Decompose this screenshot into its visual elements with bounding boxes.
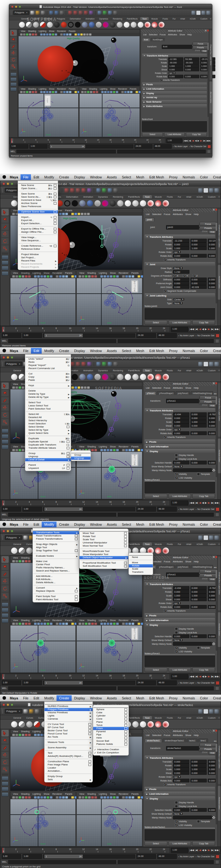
menu-item-move-tool[interactable]: Move Tool bbox=[80, 532, 128, 535]
viewport-menu-shading[interactable]: Shading bbox=[21, 556, 30, 559]
focus-button[interactable]: Focus bbox=[193, 42, 209, 46]
option-box-icon[interactable] bbox=[75, 534, 78, 537]
screen-space-ao-icon[interactable] bbox=[113, 91, 115, 93]
minimize-button[interactable] bbox=[7, 183, 9, 185]
shelf-tab-muscle[interactable]: Muscle bbox=[153, 542, 164, 546]
menu-item-none[interactable]: None bbox=[129, 556, 153, 559]
layout-single-icon[interactable] bbox=[2, 602, 8, 607]
render-globe[interactable] bbox=[79, 374, 86, 380]
apple-menu-icon[interactable] bbox=[2, 175, 6, 179]
attr-field[interactable]: 0.000 bbox=[190, 605, 207, 609]
toggle-attribute-editor-icon[interactable] bbox=[203, 709, 208, 714]
field-chart-icon[interactable] bbox=[69, 33, 71, 35]
lasso-tool-icon[interactable] bbox=[2, 216, 8, 223]
gate-mask-icon[interactable] bbox=[56, 275, 58, 278]
tab-attribute-editor[interactable]: Attribute Editor bbox=[218, 786, 221, 820]
field-chart-icon[interactable] bbox=[132, 623, 134, 625]
snap-point-icon[interactable] bbox=[78, 11, 83, 15]
toggle-attribute-editor-icon[interactable] bbox=[203, 362, 208, 366]
tab-channel-box-layer-editor[interactable]: Channel Box / Layer Editor bbox=[209, 30, 212, 80]
viewport-menu-renderer[interactable]: Renderer bbox=[53, 619, 62, 622]
node-name-field[interactable]: pTorus1 bbox=[166, 399, 200, 403]
select-tool-icon[interactable] bbox=[2, 209, 8, 215]
safe-action-icon[interactable] bbox=[74, 91, 77, 93]
attr-field[interactable]: 0.000 bbox=[190, 278, 207, 281]
menubar-item-select[interactable]: Select bbox=[119, 348, 133, 354]
safe-action-icon[interactable] bbox=[71, 386, 74, 389]
range-max-field[interactable]: 24.00 bbox=[136, 680, 156, 685]
option-box-icon[interactable] bbox=[54, 187, 57, 190]
toon-brush-dark[interactable] bbox=[110, 22, 116, 28]
resolution-gate-icon[interactable] bbox=[66, 33, 68, 35]
menu-item-show-manipulator-tool[interactable]: Show Manipulator Tool bbox=[80, 553, 128, 556]
step-back-frame-icon[interactable]: |◀ bbox=[198, 328, 201, 331]
checkbox-icon[interactable]: ✓ bbox=[163, 258, 166, 261]
toon-brush-dark[interactable] bbox=[109, 200, 116, 207]
step-forward-frame-icon[interactable]: ▶| bbox=[208, 849, 210, 851]
option-box-icon[interactable] bbox=[124, 718, 127, 720]
attr-field[interactable]: -0.494 bbox=[173, 586, 189, 590]
smooth-shade-icon[interactable] bbox=[100, 449, 103, 451]
range-start-field[interactable]: 1.00 bbox=[2, 854, 21, 859]
safe-title-icon[interactable] bbox=[74, 386, 77, 389]
move-tool-icon[interactable] bbox=[2, 752, 8, 758]
viewport-menu-view[interactable]: View bbox=[79, 793, 84, 795]
tab-attribute-editor[interactable]: Attribute Editor bbox=[209, 82, 212, 113]
menubar-item-edit-mesh[interactable]: Edit Mesh bbox=[147, 522, 167, 527]
toon-stroke-small[interactable] bbox=[132, 374, 138, 380]
menu-item-delete-attribute-[interactable]: Delete Attribute... bbox=[33, 581, 79, 584]
shelf-tab-fur[interactable]: Fur bbox=[176, 542, 183, 546]
toon-outline-ball[interactable] bbox=[138, 22, 143, 28]
shelf-tab-general[interactable]: General bbox=[11, 716, 23, 719]
checker-icon[interactable] bbox=[213, 469, 215, 471]
select-tool-icon[interactable] bbox=[2, 556, 8, 563]
layout-four-pane-icon[interactable] bbox=[2, 434, 8, 439]
attr-field[interactable]: 42.028 bbox=[190, 285, 207, 289]
gate-mask-icon[interactable] bbox=[122, 275, 125, 278]
minimize-button[interactable] bbox=[7, 704, 9, 706]
time-slider-track[interactable]: 124681012141618202224 bbox=[2, 500, 170, 506]
wireframe-icon[interactable] bbox=[35, 91, 37, 93]
menubar-item-normals[interactable]: Normals bbox=[180, 522, 197, 527]
toon-brush-dark[interactable] bbox=[109, 374, 116, 380]
mel-input[interactable] bbox=[8, 513, 116, 517]
mouth-open-red[interactable] bbox=[158, 22, 164, 28]
menu-item-interactive-creation[interactable]: ✓Interactive Creation bbox=[93, 748, 128, 751]
ae-menu-focus[interactable]: Focus bbox=[164, 560, 170, 563]
menu-item-delete-all-by-type[interactable]: Delete All by Type▶ bbox=[25, 396, 71, 399]
select-camera-icon[interactable] bbox=[20, 33, 23, 35]
smooth-shade-icon[interactable] bbox=[101, 91, 103, 93]
attr-field[interactable]: 0.000 bbox=[173, 779, 189, 782]
current-time-field[interactable]: 1.00 bbox=[171, 327, 188, 332]
tab-scroll-right-icon[interactable]: ▸ bbox=[216, 393, 217, 395]
shelf-menu-icon[interactable]: ≡ bbox=[219, 195, 220, 198]
ae-tab-front[interactable]: front bbox=[142, 38, 150, 41]
attr-field[interactable]: 0.000 bbox=[184, 75, 199, 78]
2d-pan-zoom-icon[interactable] bbox=[32, 91, 34, 93]
step-forward-frame-icon[interactable]: ▶| bbox=[208, 328, 210, 331]
attr-field[interactable]: 0.000 bbox=[190, 243, 207, 246]
group-pivots[interactable]: ▶Pivots bbox=[145, 787, 215, 791]
grab-hand-icon[interactable] bbox=[206, 11, 210, 15]
menu-item-create-reference-[interactable]: Create Reference...^R bbox=[18, 244, 58, 248]
menu-set-selector[interactable]: Polygons▼ bbox=[5, 535, 22, 540]
safe-action-icon[interactable] bbox=[71, 796, 74, 799]
mouth-white[interactable] bbox=[155, 548, 161, 554]
group-display[interactable]: ▼Display bbox=[145, 796, 215, 800]
shadows-icon[interactable] bbox=[110, 796, 113, 799]
attr-field[interactable]: 0.000 bbox=[173, 760, 189, 764]
2d-pan-zoom-icon[interactable] bbox=[25, 560, 28, 562]
menubar-item-proxy[interactable]: Proxy bbox=[167, 695, 180, 701]
range-end-field[interactable]: 48.00 bbox=[157, 507, 177, 512]
ae-button-copy-tab[interactable]: Copy Tab bbox=[192, 494, 215, 499]
screen-space-ao-icon[interactable] bbox=[113, 449, 116, 451]
white-egg[interactable] bbox=[124, 22, 129, 28]
menu-item-parent[interactable]: ParentP bbox=[25, 464, 71, 467]
menu-item-unparent[interactable]: Unparent⇧P bbox=[25, 467, 71, 470]
viewport-menu-panels[interactable]: Panels bbox=[131, 793, 138, 795]
viewport-menu-view[interactable]: View bbox=[79, 272, 84, 274]
focus-button[interactable]: Focus bbox=[199, 396, 217, 400]
gamma-icon[interactable] bbox=[87, 386, 90, 389]
option-box-icon[interactable] bbox=[54, 228, 57, 230]
safe-title-icon[interactable] bbox=[77, 33, 80, 35]
